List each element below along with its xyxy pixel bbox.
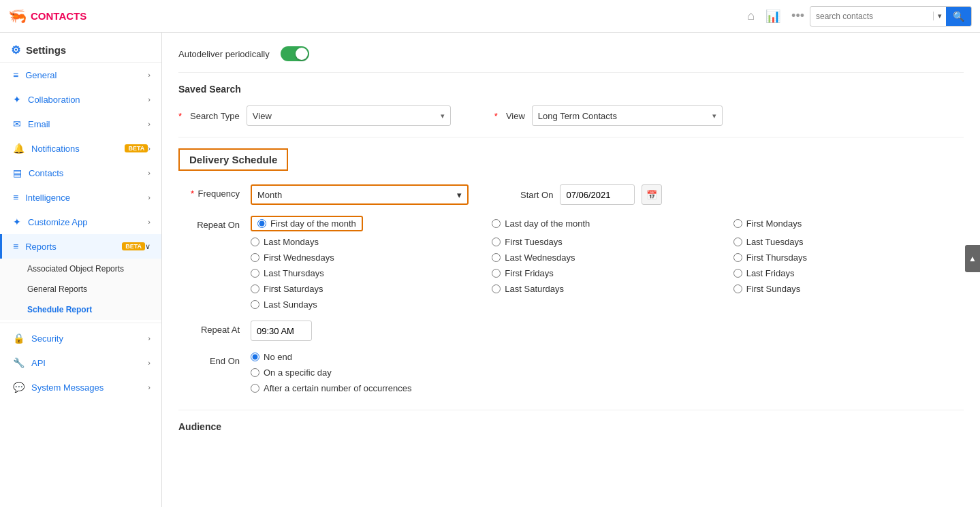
sidebar-item-contacts[interactable]: ▤ Contacts › <box>0 161 161 185</box>
radio-first-tuesdays-input[interactable] <box>492 238 501 246</box>
more-icon[interactable]: ••• <box>791 9 804 23</box>
sidebar-item-api[interactable]: 🔧 API › <box>0 350 161 375</box>
search-input[interactable] <box>810 12 933 21</box>
sidebar-item-system-messages[interactable]: 💬 System Messages › <box>0 375 161 399</box>
chevron-right-icon: › <box>148 95 151 103</box>
sidebar-item-email[interactable]: ✉ Email › <box>0 112 161 136</box>
scroll-to-top-button[interactable]: ▲ <box>965 245 980 272</box>
sidebar-item-customize-app[interactable]: ✦ Customize App › <box>0 210 161 234</box>
intelligence-icon: ≡ <box>13 192 18 203</box>
radio-first-fridays-label: First Fridays <box>505 268 554 278</box>
home-icon[interactable]: ⌂ <box>747 9 755 23</box>
content-area: Autodeliver periodically Saved Search * … <box>162 33 980 459</box>
radio-first-wednesdays[interactable]: First Wednesdays <box>251 252 481 263</box>
audience-title: Audience <box>178 421 964 432</box>
radio-specific-day[interactable]: On a specific day <box>251 367 964 378</box>
radio-first-day[interactable]: First day of the month <box>251 216 481 231</box>
chevron-down-icon: ∨ <box>145 242 151 251</box>
radio-first-fridays[interactable]: First Fridays <box>492 268 722 278</box>
radio-first-saturdays[interactable]: First Saturdays <box>251 284 481 294</box>
sidebar-sub-item-schedule-report[interactable]: Schedule Report <box>0 299 161 320</box>
security-icon: 🔒 <box>13 333 25 344</box>
radio-last-wednesdays-input[interactable] <box>492 253 501 262</box>
sidebar-item-intelligence[interactable]: ≡ Intelligence › <box>0 185 161 210</box>
sidebar-item-label-collaboration: Collaboration <box>28 95 148 105</box>
repeat-at-label-wrapper: Repeat At <box>178 321 240 335</box>
radio-specific-day-input[interactable] <box>251 368 259 377</box>
start-on-group: Start On 📅 <box>520 184 662 205</box>
radio-last-tuesdays[interactable]: Last Tuesdays <box>733 237 964 247</box>
chevron-right-icon: › <box>148 218 151 226</box>
radio-last-tuesdays-label: Last Tuesdays <box>746 237 804 247</box>
contacts-icon: ▤ <box>13 167 22 178</box>
radio-last-mondays-input[interactable] <box>251 238 259 246</box>
chevron-right-icon: › <box>148 144 151 152</box>
radio-first-wednesdays-label: First Wednesdays <box>264 252 334 263</box>
search-type-select[interactable]: View ▾ <box>247 105 451 126</box>
radio-first-tuesdays-label: First Tuesdays <box>505 237 563 247</box>
radio-occurrences-input[interactable] <box>251 384 259 393</box>
repeat-on-row: Repeat On First day of the month <box>178 216 964 310</box>
radio-last-fridays[interactable]: Last Fridays <box>733 268 964 278</box>
radio-first-sundays[interactable]: First Sundays <box>733 284 964 294</box>
sidebar-item-security[interactable]: 🔒 Security › <box>0 326 161 350</box>
app-logo: 🦐 CONTACTS <box>8 7 742 25</box>
radio-last-sundays-input[interactable] <box>251 300 259 309</box>
sidebar-item-label-notifications: Notifications <box>31 144 121 154</box>
radio-last-saturdays-label: Last Saturdays <box>505 284 564 294</box>
radio-first-mondays-input[interactable] <box>733 219 742 228</box>
radio-last-tuesdays-input[interactable] <box>733 238 742 246</box>
sidebar-sub-item-associated-object-reports[interactable]: Associated Object Reports <box>0 259 161 279</box>
radio-first-sundays-label: First Sundays <box>746 284 800 294</box>
radio-first-fridays-input[interactable] <box>492 269 501 278</box>
sidebar-divider <box>0 323 161 323</box>
radio-last-fridays-input[interactable] <box>733 269 742 278</box>
view-group: * View Long Term Contacts ▾ <box>494 105 723 126</box>
radio-no-end[interactable]: No end <box>251 352 964 362</box>
sidebar-sub-item-general-reports[interactable]: General Reports <box>0 279 161 299</box>
view-select[interactable]: Long Term Contacts ▾ <box>532 105 723 126</box>
radio-last-sundays[interactable]: Last Sundays <box>251 299 481 310</box>
radio-no-end-input[interactable] <box>251 353 259 361</box>
top-nav: 🦐 CONTACTS ⌂ 📊 ••• ▾ 🔍 <box>0 0 980 33</box>
end-on-label: End On <box>210 356 240 366</box>
chart-icon[interactable]: 📊 <box>765 9 780 24</box>
repeat-at-input[interactable] <box>251 321 312 341</box>
radio-last-thursdays-input[interactable] <box>251 269 259 278</box>
radio-last-saturdays[interactable]: Last Saturdays <box>492 284 722 294</box>
radio-first-thursdays[interactable]: First Thursdays <box>733 252 964 263</box>
radio-first-tuesdays[interactable]: First Tuesdays <box>492 237 722 247</box>
radio-first-thursdays-input[interactable] <box>733 253 742 262</box>
radio-first-saturdays-input[interactable] <box>251 284 259 293</box>
radio-first-mondays[interactable]: First Mondays <box>733 216 964 231</box>
search-dropdown-arrow[interactable]: ▾ <box>933 12 946 20</box>
autodeliver-toggle[interactable] <box>281 46 309 61</box>
repeat-on-grid: First day of the month Last day of the m… <box>251 216 964 310</box>
radio-last-wednesdays[interactable]: Last Wednesdays <box>492 252 722 263</box>
view-required: * <box>494 111 498 121</box>
settings-gear-icon: ⚙ <box>11 44 20 56</box>
sidebar-item-notifications[interactable]: 🔔 Notifications BETA › <box>0 136 161 161</box>
search-type-label: Search Type <box>190 111 240 121</box>
start-on-input[interactable] <box>560 184 635 205</box>
search-type-arrow: ▾ <box>441 112 445 120</box>
radio-last-saturdays-input[interactable] <box>492 284 501 293</box>
radio-no-end-label: No end <box>264 352 292 362</box>
radio-last-day-input[interactable] <box>492 219 501 228</box>
frequency-arrow: ▾ <box>457 190 462 200</box>
sidebar-item-collaboration[interactable]: ✦ Collaboration › <box>0 87 161 112</box>
sidebar-item-general[interactable]: ≡ General › <box>0 63 161 87</box>
radio-last-mondays[interactable]: Last Mondays <box>251 237 481 247</box>
frequency-select[interactable]: Month ▾ <box>251 184 469 205</box>
radio-first-day-label: First day of the month <box>270 218 356 229</box>
radio-first-sundays-input[interactable] <box>733 284 742 293</box>
radio-last-thursdays[interactable]: Last Thursdays <box>251 268 481 278</box>
radio-first-wednesdays-input[interactable] <box>251 253 259 262</box>
sidebar-item-label-reports: Reports <box>25 242 118 252</box>
calendar-icon[interactable]: 📅 <box>642 184 662 205</box>
radio-last-day[interactable]: Last day of the month <box>492 216 722 231</box>
sidebar-item-reports[interactable]: ≡ Reports BETA ∨ <box>0 234 161 259</box>
radio-first-day-input[interactable] <box>257 219 266 228</box>
search-button[interactable]: 🔍 <box>946 6 971 27</box>
radio-occurrences[interactable]: After a certain number of occurrences <box>251 383 964 393</box>
